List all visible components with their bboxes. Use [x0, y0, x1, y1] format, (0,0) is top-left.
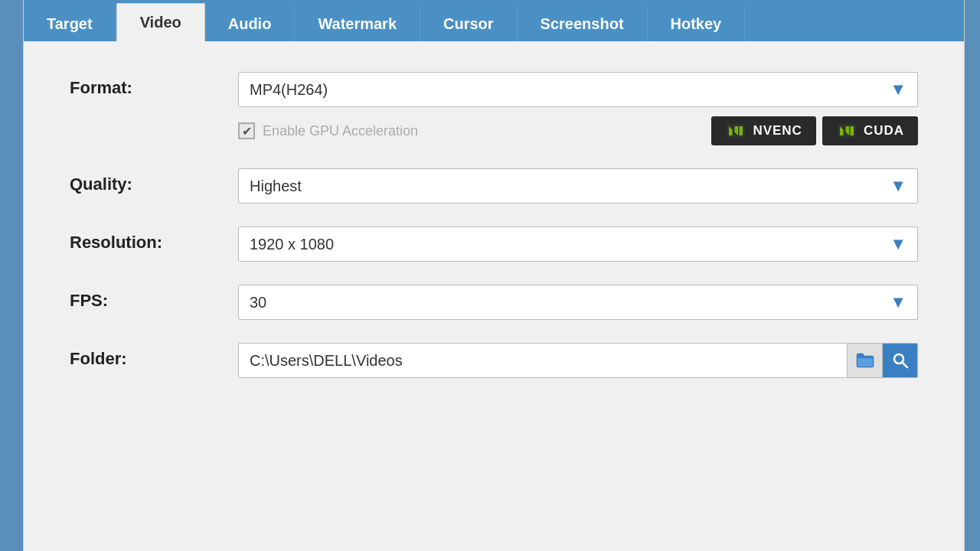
tab-video-label: Video: [140, 14, 181, 31]
tab-watermark-label: Watermark: [318, 15, 397, 33]
format-value: MP4(H264): [250, 81, 328, 99]
fps-dropdown[interactable]: 30 ▼: [238, 285, 918, 320]
folder-field: C:\Users\DELL\Videos: [238, 343, 918, 378]
folder-browse-button[interactable]: [847, 344, 882, 377]
fps-label: FPS:: [70, 285, 238, 311]
quality-value: Highest: [250, 178, 302, 195]
nvenc-label: NVENC: [753, 123, 802, 139]
folder-row: Folder: C:\Users\DELL\Videos: [70, 343, 918, 378]
gpu-row: ✔ Enable GPU Acceleration: [238, 116, 918, 145]
resolution-label: Resolution:: [70, 227, 238, 253]
tab-screenshot-label: Screenshot: [541, 15, 624, 33]
svg-rect-2: [740, 126, 743, 135]
nvidia-nvenc-icon: [725, 122, 746, 139]
main-container: Target Video Audio Watermark Cursor Scre…: [23, 0, 965, 551]
folder-path-value: C:\Users\DELL\Videos: [239, 352, 847, 370]
tab-target-label: Target: [47, 15, 93, 33]
folder-input: C:\Users\DELL\Videos: [238, 343, 918, 378]
gpu-acceleration-checkbox[interactable]: ✔: [238, 122, 255, 139]
format-row: Format: MP4(H264) ▼ ✔ Enable GPU Acceler…: [70, 72, 918, 145]
quality-field: Highest ▼: [238, 168, 918, 204]
format-field: MP4(H264) ▼ ✔ Enable GPU Acceleration: [238, 72, 918, 145]
format-label: Format:: [70, 72, 238, 98]
folder-icon: [855, 352, 875, 369]
search-icon: [892, 352, 909, 369]
resolution-value: 1920 x 1080: [250, 236, 334, 253]
cuda-label: CUDA: [864, 123, 904, 139]
gpu-checkbox-container: ✔ Enable GPU Acceleration: [238, 122, 418, 139]
fps-chevron-icon: ▼: [890, 292, 906, 312]
quality-row: Quality: Highest ▼: [70, 168, 918, 204]
search-folder-button[interactable]: [882, 344, 917, 377]
resolution-field: 1920 x 1080 ▼: [238, 227, 918, 262]
folder-label: Folder:: [70, 343, 238, 369]
fps-row: FPS: 30 ▼: [70, 285, 918, 320]
tab-cursor-label: Cursor: [443, 15, 494, 33]
fps-value: 30: [250, 294, 266, 311]
quality-dropdown[interactable]: Highest ▼: [238, 168, 918, 204]
cuda-button[interactable]: CUDA: [822, 116, 918, 145]
svg-line-8: [902, 363, 907, 368]
video-settings-panel: Format: MP4(H264) ▼ ✔ Enable GPU Acceler…: [24, 41, 964, 551]
tab-hotkey[interactable]: Hotkey: [648, 6, 746, 41]
tab-bar: Target Video Audio Watermark Cursor Scre…: [24, 0, 964, 41]
checkmark-icon: ✔: [242, 124, 252, 139]
resolution-chevron-icon: ▼: [890, 234, 906, 254]
nvidia-cuda-icon: [836, 122, 858, 139]
resolution-row: Resolution: 1920 x 1080 ▼: [70, 227, 918, 262]
tab-hotkey-label: Hotkey: [671, 15, 722, 33]
format-chevron-icon: ▼: [890, 80, 906, 99]
tab-video[interactable]: Video: [116, 3, 205, 41]
gpu-buttons: NVENC CUDA: [711, 116, 918, 145]
svg-rect-5: [850, 126, 854, 135]
tab-screenshot[interactable]: Screenshot: [518, 6, 648, 41]
tab-audio-label: Audio: [228, 15, 272, 33]
tab-audio[interactable]: Audio: [205, 6, 296, 41]
format-dropdown[interactable]: MP4(H264) ▼: [238, 72, 918, 107]
fps-field: 30 ▼: [238, 285, 918, 320]
quality-label: Quality:: [70, 168, 238, 194]
tab-target[interactable]: Target: [24, 6, 116, 41]
folder-action-buttons: [847, 344, 917, 377]
tab-cursor[interactable]: Cursor: [420, 6, 518, 41]
nvenc-button[interactable]: NVENC: [711, 116, 816, 145]
gpu-acceleration-label: Enable GPU Acceleration: [263, 123, 418, 139]
quality-chevron-icon: ▼: [890, 176, 906, 196]
svg-rect-6: [858, 358, 873, 367]
resolution-dropdown[interactable]: 1920 x 1080 ▼: [238, 227, 918, 262]
tab-watermark[interactable]: Watermark: [295, 6, 420, 41]
